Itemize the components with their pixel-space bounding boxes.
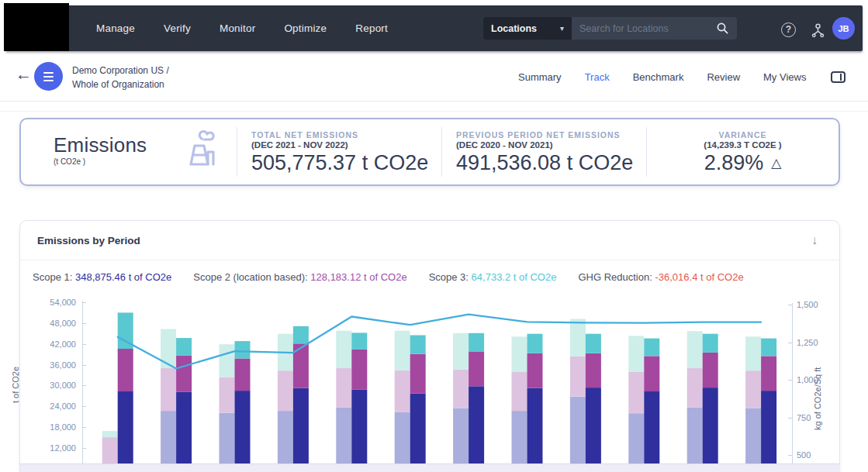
bar-prev-seg2[interactable] — [453, 370, 469, 408]
bar-prev-seg1[interactable] — [395, 412, 410, 463]
locations-dropdown-label: Locations — [491, 23, 537, 34]
bar-prev-seg1[interactable] — [278, 411, 293, 463]
help-icon[interactable]: ? — [781, 22, 796, 37]
bar-curr-seg2[interactable] — [469, 352, 484, 386]
bar-curr-seg1[interactable] — [235, 391, 251, 463]
app-screen: Manage Verify Monitor Optimize Report Lo… — [0, 0, 868, 472]
bar-prev-seg2[interactable] — [628, 372, 644, 414]
bar-curr-seg1[interactable] — [469, 386, 484, 463]
bar-prev-seg3[interactable] — [102, 431, 118, 437]
bar-curr-seg1[interactable] — [118, 391, 133, 463]
bar-prev-seg2[interactable] — [220, 377, 235, 413]
legend-ghg-reduction[interactable]: GHG Reduction: -36,016.4 t of CO2e — [578, 271, 743, 283]
nav-item-report[interactable]: Report — [355, 22, 388, 34]
bar-curr-seg1[interactable] — [761, 391, 776, 463]
search-input[interactable] — [579, 23, 716, 34]
bar-curr-seg2[interactable] — [118, 349, 133, 391]
bar-curr-seg1[interactable] — [351, 390, 367, 463]
org-menu-button[interactable] — [34, 62, 63, 91]
bar-curr-seg2[interactable] — [235, 359, 251, 391]
bar-prev-seg3[interactable] — [628, 336, 644, 371]
bar-prev-seg2[interactable] — [102, 437, 118, 463]
bar-prev-seg1[interactable] — [453, 408, 469, 464]
bar-curr-seg2[interactable] — [176, 356, 192, 392]
hierarchy-icon[interactable] — [810, 22, 826, 42]
nav-item-monitor[interactable]: Monitor — [220, 22, 255, 34]
bar-prev-seg1[interactable] — [512, 411, 527, 463]
bar-curr-seg1[interactable] — [410, 394, 426, 463]
tab-benchmark[interactable]: Benchmark — [633, 71, 684, 83]
bar-prev-seg1[interactable] — [745, 408, 761, 464]
bar-curr-seg3[interactable] — [703, 334, 718, 353]
bar-curr-seg1[interactable] — [527, 388, 543, 463]
avatar[interactable]: JB — [832, 17, 855, 40]
download-icon[interactable]: ↓ — [811, 233, 818, 247]
bar-curr-seg3[interactable] — [293, 326, 309, 343]
bar-curr-seg1[interactable] — [293, 388, 309, 463]
bar-prev-seg2[interactable] — [395, 370, 410, 412]
variance-label: VARIANCE — [647, 130, 839, 140]
bar-prev-seg3[interactable] — [453, 333, 469, 370]
nav-item-verify[interactable]: Verify — [164, 22, 191, 34]
bar-curr-seg2[interactable] — [761, 356, 776, 391]
breadcrumb: Demo Corporation US / Whole of Organizat… — [72, 64, 169, 91]
bar-prev-seg2[interactable] — [745, 370, 761, 408]
bar-curr-seg3[interactable] — [586, 334, 601, 353]
nav-item-optimize[interactable]: Optimize — [284, 22, 327, 34]
bar-prev-seg2[interactable] — [512, 372, 527, 411]
tab-review[interactable]: Review — [707, 71, 740, 83]
bar-prev-seg3[interactable] — [395, 331, 410, 370]
bar-curr-seg2[interactable] — [703, 353, 718, 388]
chart-legend: Scope 1: 348,875.46 t of CO2e Scope 2 (l… — [20, 260, 839, 283]
breadcrumb-org[interactable]: Demo Corporation US / — [72, 64, 169, 78]
bar-curr-seg3[interactable] — [235, 341, 251, 358]
bar-curr-seg1[interactable] — [586, 388, 601, 463]
bar-curr-seg2[interactable] — [586, 353, 601, 388]
bar-curr-seg3[interactable] — [469, 333, 484, 352]
bar-prev-seg2[interactable] — [161, 368, 176, 411]
bar-prev-seg1[interactable] — [161, 411, 176, 463]
legend-scope-2[interactable]: Scope 2 (location based): 128,183.12 t o… — [193, 271, 406, 283]
bar-prev-seg3[interactable] — [512, 336, 527, 372]
bar-curr-seg2[interactable] — [644, 356, 659, 391]
emissions-summary-card: Emissions (t CO2e ) TOTAL NET EMISSIONS … — [19, 118, 840, 186]
bar-prev-seg2[interactable] — [336, 368, 351, 408]
bar-prev-seg3[interactable] — [220, 344, 235, 377]
nav-item-manage[interactable]: Manage — [96, 22, 135, 34]
bar-prev-seg3[interactable] — [687, 331, 703, 368]
bar-curr-seg1[interactable] — [176, 392, 192, 464]
bar-prev-seg2[interactable] — [278, 370, 293, 411]
search-icon[interactable] — [716, 22, 729, 35]
bar-curr-seg1[interactable] — [703, 388, 718, 463]
legend-scope-3[interactable]: Scope 3: 64,733.2 t of CO2e — [429, 271, 557, 283]
panel-toggle-icon[interactable] — [831, 71, 846, 83]
bar-prev-seg3[interactable] — [336, 331, 351, 368]
bar-curr-seg3[interactable] — [351, 332, 367, 350]
tab-my-views[interactable]: My Views — [763, 71, 806, 83]
bar-prev-seg2[interactable] — [570, 357, 586, 397]
bar-curr-seg3[interactable] — [410, 336, 426, 354]
locations-dropdown[interactable]: Locations ▾ — [483, 17, 572, 40]
bar-curr-seg3[interactable] — [176, 338, 192, 356]
bar-curr-seg3[interactable] — [761, 339, 776, 357]
bar-curr-seg2[interactable] — [410, 354, 426, 394]
bar-curr-seg3[interactable] — [644, 339, 659, 357]
bar-curr-seg2[interactable] — [351, 350, 367, 390]
bar-prev-seg1[interactable] — [628, 413, 644, 463]
legend-scope-1[interactable]: Scope 1: 348,875.46 t of CO2e — [33, 271, 171, 283]
breadcrumb-scope[interactable]: Whole of Organization — [72, 78, 169, 91]
bar-prev-seg1[interactable] — [336, 408, 351, 463]
bar-prev-seg1[interactable] — [220, 413, 235, 463]
back-arrow-icon[interactable]: ← — [16, 65, 32, 84]
tab-summary[interactable]: Summary — [518, 71, 562, 83]
main-menu: Manage Verify Monitor Optimize Report — [96, 5, 388, 51]
bar-prev-seg1[interactable] — [570, 397, 586, 463]
bar-prev-seg3[interactable] — [745, 336, 761, 370]
bar-prev-seg2[interactable] — [687, 368, 703, 408]
tab-track[interactable]: Track — [585, 71, 610, 83]
bar-curr-seg3[interactable] — [527, 334, 543, 353]
bar-prev-seg3[interactable] — [570, 319, 586, 357]
bar-curr-seg1[interactable] — [644, 391, 659, 463]
bar-curr-seg2[interactable] — [527, 353, 543, 388]
bar-prev-seg1[interactable] — [687, 408, 703, 463]
